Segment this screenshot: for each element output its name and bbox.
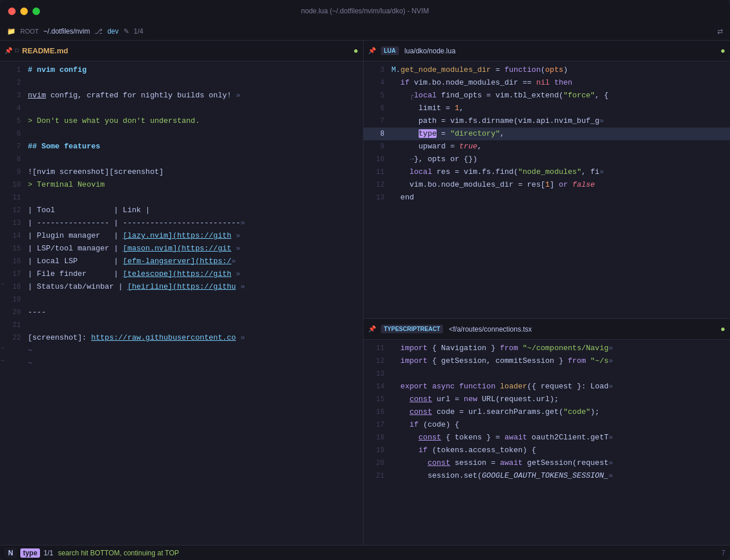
top-bar: 📁 ROOT ~/.dotfiles/nvim ⎇ dev ✎ 1/4 ⇄ bbox=[0, 22, 730, 41]
table-row: 3 M.get_node_modules_dir = function(opts… bbox=[364, 64, 730, 77]
right-bottom-pin-icon: 📌 bbox=[368, 325, 376, 333]
line-content-13: | ---------------- | -------------------… bbox=[28, 217, 363, 230]
left-tab-label[interactable]: README.md bbox=[22, 46, 68, 55]
right-bottom-tab-check: ● bbox=[721, 325, 725, 334]
line-content-10: > Terminal Neovim bbox=[28, 179, 363, 191]
line-content-b18: const { tokens } = await oauth2Client.ge… bbox=[391, 431, 730, 444]
line-num-t2: . bbox=[3, 357, 28, 370]
line-content-b21: session.set(GOOGLE_OAUTH_TOKENS_SESSION_… bbox=[391, 470, 730, 482]
maximize-button[interactable] bbox=[32, 8, 40, 15]
line-num-11: 11 bbox=[3, 191, 28, 204]
line-content-b11: import { Navigation } from "~/components… bbox=[391, 342, 730, 355]
sync-icon: ⇄ bbox=[717, 27, 723, 35]
line-num-17: 17 bbox=[3, 268, 28, 281]
status-column: 7 bbox=[721, 549, 725, 557]
pin-icon: 📌 bbox=[5, 47, 13, 54]
line-num-b16: 16 bbox=[367, 406, 391, 419]
line-content-r5: ┌local find_opts = vim.tbl_extend("force… bbox=[391, 89, 730, 102]
table-row: 20 ---- bbox=[0, 306, 363, 319]
status-count: 1/1 bbox=[43, 549, 53, 557]
line-num-14: 14 bbox=[3, 230, 28, 242]
branch-icon: ⎇ bbox=[95, 27, 103, 35]
table-row: 3 nvim config, crafted for nightly build… bbox=[0, 89, 363, 102]
table-row: 7 path = vim.fs.dirname(vim.api.nvim_buf… bbox=[364, 115, 730, 128]
line-num-b15: 15 bbox=[367, 393, 391, 406]
right-top-code-area[interactable]: 3 M.get_node_modules_dir = function(opts… bbox=[364, 61, 730, 318]
table-row: 16 | Local LSP | [efm-langserver](https:… bbox=[0, 255, 363, 268]
line-num-15: 15 bbox=[3, 242, 28, 255]
line-num-1: 1 bbox=[3, 64, 28, 77]
table-row: 16 const code = url.searchParams.get("co… bbox=[364, 406, 730, 419]
line-num-19: 19 bbox=[3, 293, 28, 306]
table-row: 14 | Plugin manager | [lazy.nvim](https:… bbox=[0, 230, 363, 242]
status-bar: N type 1/1 search hit BOTTOM, continuing… bbox=[0, 545, 730, 560]
line-num-r4: 4 bbox=[367, 77, 391, 89]
close-button[interactable] bbox=[8, 8, 16, 15]
line-content-b19: if (tokens.access_token) { bbox=[391, 444, 730, 457]
line-num-r11: 11 bbox=[367, 166, 391, 179]
line-num-b20: 20 bbox=[367, 457, 391, 470]
right-pane: 📌 LUA lua/dko/node.lua ● 3 M.get_node_mo… bbox=[364, 41, 730, 545]
table-row: 13 bbox=[364, 368, 730, 380]
table-row: 14 export async function loader({ reques… bbox=[364, 380, 730, 393]
table-row: 13 end bbox=[364, 191, 730, 204]
line-content-22: [screenshot]: https://raw.githubusercont… bbox=[28, 332, 363, 344]
line-content-r8: type = "directory", bbox=[391, 128, 730, 140]
line-content-r13: end bbox=[391, 191, 730, 204]
table-row: 8 bbox=[0, 153, 363, 166]
table-row: 10 →}, opts or {}) bbox=[364, 153, 730, 166]
table-row: 11 import { Navigation } from "~/compone… bbox=[364, 342, 730, 355]
line-content-14: | Plugin manager | [lazy.nvim](https://g… bbox=[28, 230, 363, 242]
table-row: 15 const url = new URL(request.url); bbox=[364, 393, 730, 406]
window-title: node.lua (~/.dotfiles/nvim/lua/dko) - NV… bbox=[301, 7, 428, 15]
table-row: 2 bbox=[0, 77, 363, 89]
line-num-5: 5 bbox=[3, 115, 28, 128]
line-num-b14: 14 bbox=[367, 380, 391, 393]
line-content-12: | Tool | Link | bbox=[28, 204, 363, 217]
line-num-b12: 12 bbox=[367, 355, 391, 368]
left-code-area[interactable]: 1 # nvim config 2 3 nvim config, crafted… bbox=[0, 61, 363, 545]
line-content-r3: M.get_node_modules_dir = function(opts) bbox=[391, 64, 730, 77]
table-row: 6 bbox=[0, 128, 363, 140]
buf-icon: □ bbox=[15, 48, 19, 54]
table-row: 20 const session = await getSession(requ… bbox=[364, 457, 730, 470]
line-content-b20: const session = await getSession(request… bbox=[391, 457, 730, 470]
line-content-b12: import { getSession, commitSession } fro… bbox=[391, 355, 730, 368]
right-bottom-section: 📌 TYPESCRIPTREACT <f/a/routes/connection… bbox=[364, 319, 730, 545]
right-bottom-file-path: <f/a/routes/connections.tsx bbox=[449, 325, 532, 333]
line-num-b21: 21 bbox=[367, 470, 391, 482]
line-num-13: 13 bbox=[3, 217, 28, 230]
status-search-term: type bbox=[20, 548, 41, 558]
table-row: 4 if vim.bo.node_modules_dir == nil then bbox=[364, 77, 730, 89]
line-num-b17: 17 bbox=[367, 419, 391, 431]
line-num-7: 7 bbox=[3, 140, 28, 153]
table-row: ~ . ~ bbox=[0, 344, 363, 357]
line-num-16: 16 bbox=[3, 255, 28, 268]
right-bottom-lang-badge: TYPESCRIPTREACT bbox=[381, 325, 443, 333]
top-bar-path: ~/.dotfiles/nvim bbox=[43, 27, 90, 35]
line-content-17: | File finder | [telescope](https://gith… bbox=[28, 268, 363, 281]
line-num-r8: 8 bbox=[367, 128, 391, 140]
right-top-lang-badge: LUA bbox=[381, 46, 399, 55]
line-num-r10: 10 bbox=[367, 153, 391, 166]
right-bottom-code-area[interactable]: 11 import { Navigation } from "~/compone… bbox=[364, 340, 730, 545]
line-num-8: 8 bbox=[3, 153, 28, 166]
status-mode: N bbox=[5, 548, 17, 558]
table-row: 17 | File finder | [telescope](https://g… bbox=[0, 268, 363, 281]
table-row: 1 # nvim config bbox=[0, 64, 363, 77]
table-row: 5 ┌local find_opts = vim.tbl_extend("for… bbox=[364, 89, 730, 102]
table-row: 7 ## Some features bbox=[0, 140, 363, 153]
line-content-r9: upward = true, bbox=[391, 140, 730, 153]
left-tab-bar: 📌 □ README.md ● bbox=[0, 41, 363, 61]
line-num-r13: 13 bbox=[367, 191, 391, 204]
editors-row: 📌 □ README.md ● 1 # nvim config 2 bbox=[0, 41, 730, 545]
table-row: 5 > Don't use what you don't understand. bbox=[0, 115, 363, 128]
table-row: 21 bbox=[0, 319, 363, 332]
table-row: 19 bbox=[0, 293, 363, 306]
minimize-button[interactable] bbox=[20, 8, 28, 15]
left-tab-check: ● bbox=[354, 46, 358, 56]
line-content-b15: const url = new URL(request.url); bbox=[391, 393, 730, 406]
table-row: 15 | LSP/tool manager | [mason.nvim](htt… bbox=[0, 242, 363, 255]
traffic-lights bbox=[8, 8, 40, 15]
line-num-4: 4 bbox=[3, 102, 28, 115]
